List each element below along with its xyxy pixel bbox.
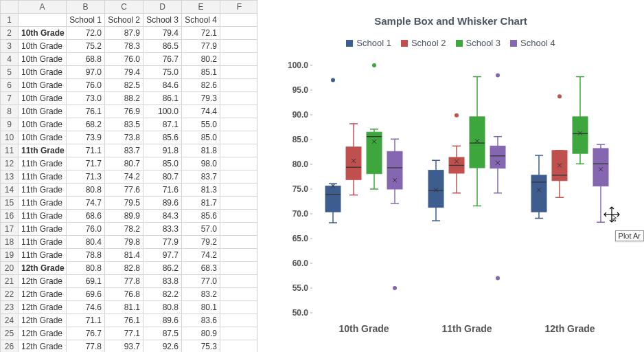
row-header[interactable]: 6 [1, 79, 19, 92]
cell[interactable]: 82.6 [182, 79, 220, 92]
cell[interactable]: 55.0 [182, 118, 220, 131]
cell[interactable]: 11th Grade [19, 249, 67, 262]
cell[interactable]: 10th Grade [19, 118, 67, 131]
row-header[interactable]: 25 [1, 327, 19, 340]
cell[interactable]: 12th Grade [19, 288, 67, 301]
cell[interactable]: 79.8 [105, 236, 143, 249]
cell[interactable] [220, 288, 258, 301]
row-header[interactable]: 13 [1, 170, 19, 184]
cell[interactable]: 74.6 [67, 301, 105, 314]
cell[interactable]: 84.3 [143, 210, 182, 223]
cell[interactable]: 68.2 [67, 118, 105, 131]
cell[interactable]: 80.2 [182, 53, 220, 66]
cell[interactable]: 85.1 [182, 66, 220, 79]
cell[interactable] [220, 92, 258, 105]
cell[interactable]: 11th Grade [19, 170, 67, 184]
cell[interactable]: 77.9 [182, 40, 220, 53]
row-header[interactable]: 2 [1, 27, 19, 40]
column-header[interactable]: C [105, 1, 143, 14]
cell[interactable]: 76.1 [67, 105, 105, 118]
cell[interactable]: 81.3 [182, 184, 220, 197]
column-header[interactable]: A [19, 1, 67, 14]
cell[interactable]: 69.6 [67, 288, 105, 301]
cell[interactable] [220, 66, 258, 79]
row-header[interactable]: 21 [1, 275, 19, 288]
cell[interactable]: 89.6 [143, 197, 182, 210]
cell[interactable]: 77.0 [182, 275, 220, 288]
cell[interactable]: 71.3 [67, 170, 105, 184]
cell[interactable]: 73.9 [67, 131, 105, 144]
cell[interactable]: 12th Grade [19, 262, 67, 275]
row-header[interactable]: 8 [1, 105, 19, 118]
cell[interactable]: 80.8 [67, 262, 105, 275]
cell[interactable]: 10th Grade [19, 53, 67, 66]
cell[interactable] [220, 105, 258, 118]
cell[interactable]: 73.8 [105, 131, 143, 144]
row-header[interactable]: 4 [1, 53, 19, 66]
row-header[interactable]: 26 [1, 340, 19, 353]
cell[interactable]: 71.7 [67, 157, 105, 170]
cell[interactable]: 12th Grade [19, 275, 67, 288]
cell[interactable] [220, 262, 258, 275]
data-grid[interactable]: ABCDEF 1School 1School 2School 3School 4… [0, 0, 257, 352]
cell[interactable]: 97.7 [143, 249, 182, 262]
row-header[interactable]: 17 [1, 223, 19, 236]
box-whisker-plot[interactable]: 50.055.060.065.070.075.080.085.090.095.0… [285, 58, 628, 340]
cell[interactable]: 87.1 [143, 118, 182, 131]
cell[interactable]: 72.1 [182, 27, 220, 40]
cell[interactable]: 91.8 [143, 144, 182, 157]
column-header[interactable]: F [220, 1, 258, 14]
cell[interactable]: 86.5 [143, 40, 182, 53]
cell[interactable]: 85.0 [182, 131, 220, 144]
column-header[interactable]: D [143, 1, 182, 14]
cell[interactable]: 12th Grade [19, 340, 67, 353]
cell[interactable]: 86.1 [143, 92, 182, 105]
cell[interactable]: 85.6 [143, 131, 182, 144]
cell[interactable]: 76.9 [105, 105, 143, 118]
cell[interactable]: 79.4 [143, 27, 182, 40]
cell[interactable]: 82.2 [143, 288, 182, 301]
cell[interactable]: 83.7 [182, 170, 220, 184]
cell[interactable] [220, 249, 258, 262]
cell[interactable]: 92.6 [143, 340, 182, 353]
cell[interactable]: 78.2 [105, 223, 143, 236]
cell[interactable] [220, 301, 258, 314]
cell[interactable]: 11th Grade [19, 223, 67, 236]
row-header[interactable]: 16 [1, 210, 19, 223]
cell[interactable]: 12th Grade [19, 301, 67, 314]
cell[interactable]: 75.0 [143, 66, 182, 79]
cell[interactable]: 81.4 [105, 249, 143, 262]
cell[interactable] [220, 184, 258, 197]
cell[interactable]: 81.7 [182, 197, 220, 210]
row-header[interactable]: 3 [1, 40, 19, 53]
cell[interactable]: 80.9 [182, 327, 220, 340]
cell[interactable]: 83.8 [143, 275, 182, 288]
row-header[interactable]: 18 [1, 236, 19, 249]
row-header[interactable]: 9 [1, 118, 19, 131]
cell[interactable] [220, 223, 258, 236]
cell[interactable]: 73.0 [67, 92, 105, 105]
cell[interactable] [220, 27, 258, 40]
cell[interactable]: 85.6 [182, 210, 220, 223]
cell[interactable]: 10th Grade [19, 92, 67, 105]
row-header[interactable]: 22 [1, 288, 19, 301]
cell[interactable]: 71.1 [67, 144, 105, 157]
row-header[interactable]: 19 [1, 249, 19, 262]
cell[interactable]: 75.3 [182, 340, 220, 353]
cell[interactable]: 72.0 [67, 27, 105, 40]
cell[interactable]: 68.3 [182, 262, 220, 275]
cell[interactable]: 79.4 [105, 66, 143, 79]
cell[interactable]: 89.6 [143, 314, 182, 327]
cell[interactable] [220, 197, 258, 210]
row-header[interactable]: 7 [1, 92, 19, 105]
cell[interactable]: 85.0 [143, 157, 182, 170]
cell[interactable] [220, 314, 258, 327]
cell[interactable] [220, 327, 258, 340]
cell[interactable]: 76.1 [105, 314, 143, 327]
cell[interactable]: 10th Grade [19, 131, 67, 144]
cell[interactable]: 68.8 [67, 53, 105, 66]
cell[interactable]: 77.8 [105, 275, 143, 288]
cell[interactable]: 83.2 [182, 288, 220, 301]
cell[interactable]: 76.7 [143, 53, 182, 66]
cell[interactable]: 75.2 [67, 40, 105, 53]
